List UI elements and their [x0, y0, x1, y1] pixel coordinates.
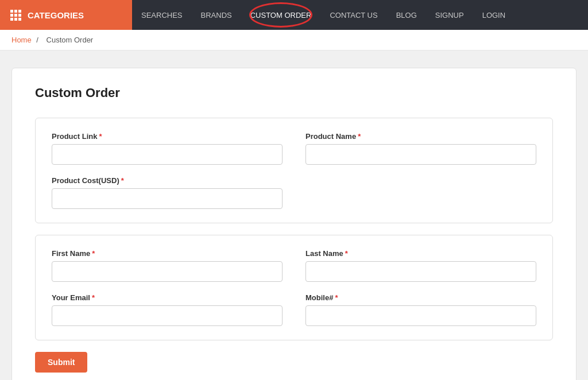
mobile-required: *: [335, 293, 338, 302]
contact-info-section: First Name* Last Name* Your Email*: [35, 235, 553, 340]
product-info-section: Product Link* Product Name* Product Cost…: [35, 118, 553, 223]
first-name-input[interactable]: [52, 261, 283, 282]
nav-link-searches[interactable]: SEARCHES: [132, 0, 192, 30]
product-cost-label: Product Cost(USD)*: [52, 176, 283, 185]
submit-button[interactable]: Submit: [35, 352, 87, 373]
email-group: Your Email*: [52, 293, 283, 326]
product-cost-row: Product Cost(USD)*: [52, 176, 536, 209]
nav-link-signup[interactable]: SIGNUP: [426, 0, 473, 30]
last-name-label: Last Name*: [305, 249, 536, 258]
mobile-input[interactable]: [305, 305, 536, 326]
product-link-input[interactable]: [52, 144, 283, 165]
first-name-required: *: [92, 249, 95, 258]
last-name-required: *: [345, 249, 348, 258]
product-link-group: Product Link*: [52, 132, 283, 165]
nav-link-login[interactable]: LOGIN: [473, 0, 514, 30]
mobile-label: Mobile#*: [305, 293, 536, 302]
main-content: Custom Order Product Link* Product Name*: [0, 51, 588, 380]
nav-link-custom-order[interactable]: CUSTOM ORDER: [241, 0, 321, 30]
email-required: *: [92, 293, 95, 302]
mobile-group: Mobile#*: [305, 293, 536, 326]
product-cost-input[interactable]: [52, 188, 283, 209]
first-last-name-row: First Name* Last Name*: [52, 249, 536, 282]
form-title: Custom Order: [35, 86, 553, 100]
email-input[interactable]: [52, 305, 283, 326]
last-name-group: Last Name*: [305, 249, 536, 282]
last-name-input[interactable]: [305, 261, 536, 282]
product-link-name-row: Product Link* Product Name*: [52, 132, 536, 165]
grid-icon: [10, 10, 21, 20]
email-mobile-row: Your Email* Mobile#*: [52, 293, 536, 326]
breadcrumb-current: Custom Order: [47, 36, 94, 44]
product-cost-group: Product Cost(USD)*: [52, 176, 283, 209]
first-name-group: First Name*: [52, 249, 283, 282]
product-name-group: Product Name*: [305, 132, 536, 165]
navbar: CATEGORIES SEARCHES BRANDS CUSTOM ORDER …: [0, 0, 588, 30]
custom-order-text: CUSTOM ORDER: [250, 11, 312, 20]
product-name-required: *: [358, 132, 361, 141]
nav-links: SEARCHES BRANDS CUSTOM ORDER CONTACT US …: [132, 0, 514, 30]
nav-link-blog[interactable]: BLOG: [387, 0, 426, 30]
email-label: Your Email*: [52, 293, 283, 302]
breadcrumb-home[interactable]: Home: [11, 36, 32, 44]
categories-label: CATEGORIES: [28, 10, 84, 20]
product-cost-required: *: [121, 176, 124, 185]
product-link-required: *: [99, 132, 102, 141]
nav-categories[interactable]: CATEGORIES: [0, 0, 132, 30]
breadcrumb: Home / Custom Order: [0, 30, 588, 51]
product-name-label: Product Name*: [305, 132, 536, 141]
first-name-label: First Name*: [52, 249, 283, 258]
breadcrumb-separator: /: [36, 36, 38, 44]
form-card: Custom Order Product Link* Product Name*: [11, 68, 577, 380]
product-name-input[interactable]: [305, 144, 536, 165]
nav-link-contact-us[interactable]: CONTACT US: [320, 0, 386, 30]
product-link-label: Product Link*: [52, 132, 283, 141]
nav-link-brands[interactable]: BRANDS: [192, 0, 241, 30]
